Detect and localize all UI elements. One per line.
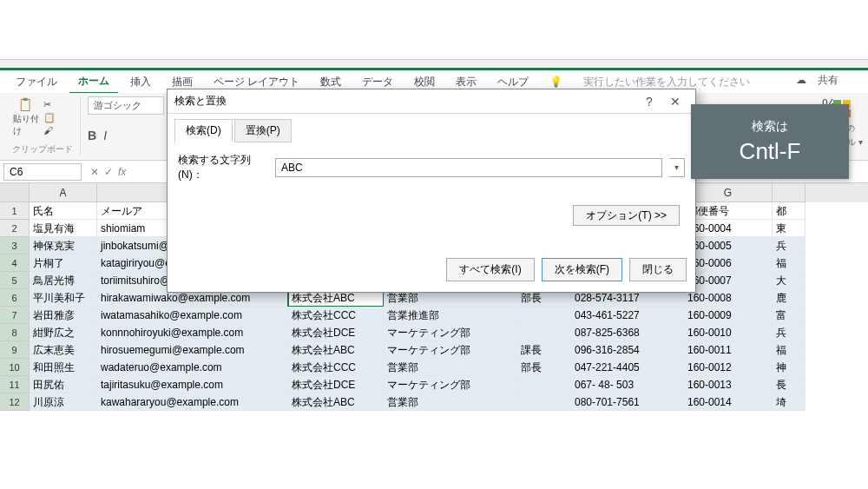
cell[interactable]: 株式会社CCC [288, 359, 384, 376]
cell[interactable] [517, 307, 571, 324]
cell[interactable]: 047-221-4405 [571, 359, 684, 376]
tab-home[interactable]: ホーム [69, 70, 118, 94]
cut-icon[interactable]: ✂ [43, 99, 56, 110]
cell[interactable]: 川原涼 [30, 393, 97, 411]
cell[interactable]: tajiritasuku@example.com [97, 376, 288, 393]
tab-insert[interactable]: 挿入 [122, 71, 160, 93]
cell[interactable]: 株式会社CCC [288, 307, 384, 324]
cell[interactable]: 鳥居光博 [30, 272, 97, 289]
cell[interactable]: kawahararyou@example.com [97, 393, 288, 411]
col-G[interactable]: G [684, 183, 773, 202]
row-header[interactable]: 9 [0, 341, 30, 359]
cell[interactable]: 160-0009 [684, 307, 773, 324]
row-header[interactable]: 10 [0, 359, 30, 376]
find-all-button[interactable]: すべて検索(I) [446, 258, 534, 281]
row-header[interactable]: 3 [0, 237, 30, 254]
cell[interactable]: マーケティング部 [384, 324, 517, 341]
cell[interactable]: 福 [773, 341, 806, 359]
row-header[interactable]: 11 [0, 376, 30, 393]
cell[interactable]: 氏名 [30, 202, 97, 220]
col-A[interactable]: A [30, 183, 97, 202]
cell[interactable]: 160-0005 [684, 237, 773, 254]
tab-file[interactable]: ファイル [7, 71, 66, 93]
cell[interactable]: 営業部 [384, 393, 517, 411]
cell[interactable]: 160-0014 [684, 393, 773, 411]
cell[interactable]: 160-0007 [684, 272, 773, 289]
cell[interactable] [517, 324, 571, 341]
cell[interactable]: 富 [773, 307, 806, 324]
cell[interactable]: 福 [773, 254, 806, 272]
paste-icon[interactable]: 貼り付け [12, 96, 40, 138]
cell[interactable]: 160-0006 [684, 254, 773, 272]
cell[interactable]: wadateruo@example.com [97, 359, 288, 376]
cell[interactable]: 087-825-6368 [571, 324, 684, 341]
cell[interactable]: 片桐了 [30, 254, 97, 272]
cell[interactable]: 東 [773, 220, 806, 237]
cell[interactable]: 田尻佑 [30, 376, 97, 393]
cell[interactable]: 大 [773, 272, 806, 289]
find-next-button[interactable]: 次を検索(F) [542, 258, 622, 281]
help-icon[interactable]: ? [636, 95, 662, 109]
font-name-box[interactable]: 游ゴシック [88, 96, 164, 115]
cell[interactable]: 160-0012 [684, 359, 773, 376]
cell[interactable]: 160-0008 [684, 289, 773, 307]
cell[interactable]: 塩見有海 [30, 220, 97, 237]
cell[interactable]: 紺野広之 [30, 324, 97, 341]
cell[interactable]: マーケティング部 [384, 341, 517, 359]
close-icon[interactable]: ✕ [662, 95, 688, 109]
italic-button[interactable]: I [103, 129, 107, 142]
find-dropdown-icon[interactable]: ▾ [669, 158, 685, 177]
name-box[interactable]: C6 [3, 163, 82, 181]
share-button[interactable]: ☁ 共有 [787, 69, 856, 91]
cell[interactable]: 営業部 [384, 359, 517, 376]
cell[interactable]: 営業推進部 [384, 307, 517, 324]
cell[interactable]: 043-461-5227 [571, 307, 684, 324]
cell[interactable]: hirosuemegumi@example.com [97, 341, 288, 359]
cancel-icon[interactable]: ✕ [90, 166, 99, 178]
cell[interactable]: マーケティング部 [384, 376, 517, 393]
row-header[interactable]: 12 [0, 393, 30, 411]
cell[interactable]: 160-0004 [684, 220, 773, 237]
cell[interactable]: 岩田雅彦 [30, 307, 97, 324]
cell[interactable]: 鹿 [773, 289, 806, 307]
row-header[interactable]: 2 [0, 220, 30, 237]
cell[interactable] [517, 376, 571, 393]
cell[interactable]: 広末恵美 [30, 341, 97, 359]
bold-button[interactable]: B [88, 129, 96, 142]
cell[interactable]: 160-0010 [684, 324, 773, 341]
cell[interactable]: 160-0013 [684, 376, 773, 393]
cell[interactable]: 部長 [517, 359, 571, 376]
cell[interactable]: 株式会社DCE [288, 376, 384, 393]
tab-replace[interactable]: 置換(P) [234, 119, 292, 142]
cell[interactable]: 神保克実 [30, 237, 97, 254]
cell[interactable]: 和田照生 [30, 359, 97, 376]
format-painter-icon[interactable]: 🖌 [43, 125, 56, 135]
cell[interactable]: 都 [773, 202, 806, 220]
row-header[interactable]: 5 [0, 272, 30, 289]
cell[interactable]: 平川美和子 [30, 289, 97, 307]
row-header[interactable]: 7 [0, 307, 30, 324]
cell[interactable]: 株式会社ABC [288, 393, 384, 411]
row-header[interactable]: 4 [0, 254, 30, 272]
copy-icon[interactable]: 📋 [43, 112, 56, 123]
cell[interactable]: 埼 [773, 393, 806, 411]
cell[interactable]: 株式会社ABC [288, 341, 384, 359]
tab-find[interactable]: 検索(D) [174, 119, 233, 142]
select-all-corner[interactable] [0, 183, 30, 202]
cell[interactable]: 兵 [773, 237, 806, 254]
fx-icon[interactable]: fx [118, 166, 126, 178]
dialog-title-bar[interactable]: 検索と置換 ? ✕ [168, 89, 695, 114]
cell[interactable]: 160-0011 [684, 341, 773, 359]
find-input[interactable] [275, 158, 662, 177]
cell[interactable]: 兵 [773, 324, 806, 341]
cell[interactable]: 課長 [517, 341, 571, 359]
cell[interactable]: 080-701-7561 [571, 393, 684, 411]
cell[interactable]: 株式会社DCE [288, 324, 384, 341]
cell[interactable]: 096-316-2854 [571, 341, 684, 359]
cell[interactable]: 067- 48- 503 [571, 376, 684, 393]
row-header-1[interactable]: 1 [0, 202, 30, 220]
cell[interactable]: 長 [773, 376, 806, 393]
row-header[interactable]: 6 [0, 289, 30, 307]
cell[interactable] [517, 393, 571, 411]
enter-icon[interactable]: ✓ [104, 166, 113, 178]
